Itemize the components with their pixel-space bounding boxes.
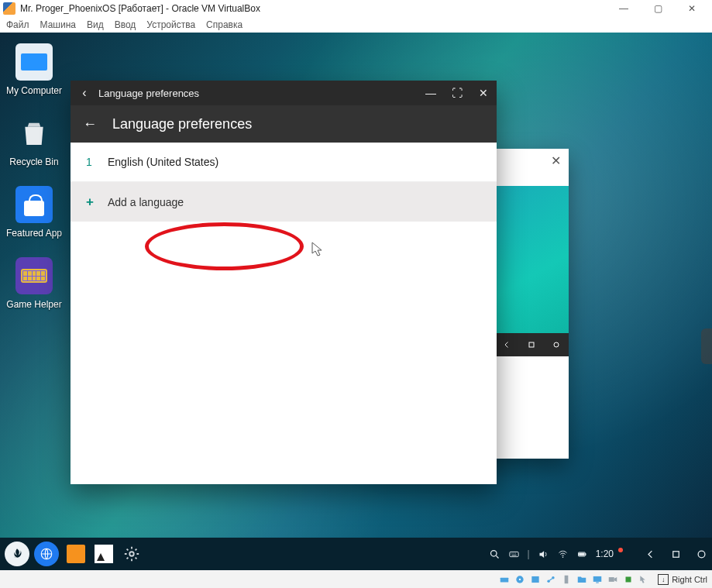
nav-recents-icon[interactable] [670, 548, 682, 560]
desktop-icon-featured-app[interactable]: Featured App [3, 186, 65, 239]
nav-home-icon[interactable] [696, 548, 707, 560]
gear-icon [123, 545, 140, 562]
globe-icon [40, 547, 53, 561]
virtualbox-icon [3, 2, 15, 15]
vb-menu-help[interactable]: Справка [206, 19, 242, 30]
shared-folder-icon[interactable] [576, 573, 588, 586]
add-language-label: Add a language [108, 196, 184, 208]
hdd-icon[interactable] [498, 573, 511, 586]
close-button[interactable]: ✕ [470, 87, 497, 99]
taskbar-settings[interactable] [119, 542, 144, 566]
svg-rect-12 [500, 577, 509, 582]
fullscreen-button[interactable]: ⛶ [444, 87, 470, 99]
svg-rect-22 [626, 576, 631, 582]
desktop-icon-game-helper[interactable]: Game Helper [3, 257, 65, 310]
svg-rect-21 [609, 577, 614, 582]
svg-point-14 [519, 578, 521, 579]
close-icon[interactable]: ✕ [551, 153, 561, 168]
svg-point-4 [490, 550, 497, 556]
vb-menu-devices[interactable]: Устройства [146, 19, 195, 30]
vb-minimize-button[interactable]: — [607, 0, 641, 17]
cpu-icon[interactable] [622, 573, 635, 586]
taskbar-files[interactable] [64, 542, 88, 566]
svg-point-1 [554, 342, 559, 347]
window-titlebar[interactable]: ‹ Language preferences — ⛶ ✕ [71, 81, 497, 105]
svg-rect-10 [673, 551, 679, 557]
vb-menu-input[interactable]: Ввод [115, 19, 136, 30]
language-row[interactable]: 1 English (United States) [71, 143, 497, 182]
desktop-icon-label: Featured App [3, 228, 65, 239]
svg-rect-8 [585, 553, 586, 555]
guest-display: My Computer Recycle Bin Featured App Gam… [0, 33, 712, 570]
search-icon[interactable] [489, 548, 500, 560]
popup-navbar [494, 333, 569, 356]
recording-icon[interactable] [607, 573, 619, 586]
mouse-cursor [311, 242, 324, 260]
keyboard-icon[interactable] [508, 548, 520, 560]
svg-rect-9 [579, 552, 585, 555]
arrow-back-icon[interactable]: ← [83, 116, 97, 132]
network-icon[interactable] [545, 573, 557, 586]
minimize-button[interactable]: — [418, 87, 444, 99]
trash-icon [19, 118, 50, 149]
svg-rect-18 [565, 575, 569, 583]
mouse-integration-icon[interactable] [638, 573, 650, 586]
svg-rect-0 [529, 342, 534, 347]
display-icon[interactable] [591, 573, 604, 586]
host-key-indicator[interactable]: ↓ Right Ctrl [658, 574, 707, 585]
phoenix-logo-icon [10, 547, 24, 561]
language-index: 1 [86, 156, 108, 168]
usb-icon[interactable] [560, 573, 573, 586]
clock[interactable]: 1:20 [596, 548, 614, 559]
svg-point-6 [562, 556, 563, 558]
audio-icon[interactable] [529, 573, 542, 586]
arrow-down-icon: ↓ [658, 574, 669, 585]
optical-icon[interactable] [514, 573, 526, 586]
header-title: Language preferences [112, 116, 252, 132]
nav-back-icon[interactable] [645, 548, 656, 560]
window-title: Language preferences [98, 88, 199, 99]
add-language-button[interactable]: + Add a language [71, 182, 497, 222]
taskbar-browser[interactable] [34, 542, 59, 566]
vb-maximize-button[interactable]: ▢ [641, 0, 675, 17]
vb-title: Mr. Proger_PhoenixOS [Работает] - Oracle… [20, 3, 260, 14]
taskbar-gallery[interactable] [91, 542, 116, 566]
back-icon[interactable] [502, 340, 511, 349]
svg-rect-5 [509, 552, 518, 556]
vb-menu-file[interactable]: Файл [6, 19, 29, 30]
desktop-icon-label: Recycle Bin [3, 156, 65, 167]
desktop-icon-recycle-bin[interactable]: Recycle Bin [3, 115, 65, 167]
host-key-label: Right Ctrl [672, 575, 707, 584]
tray-divider: | [528, 548, 530, 559]
desktop-icon-label: My Computer [3, 85, 65, 96]
square-icon[interactable] [527, 340, 536, 349]
system-tray: | 1:20 [489, 548, 707, 560]
vb-titlebar: Mr. Proger_PhoenixOS [Работает] - Oracle… [0, 0, 712, 17]
volume-icon[interactable] [538, 548, 549, 560]
back-icon[interactable]: ‹ [71, 86, 98, 100]
annotation-circle [145, 222, 304, 270]
vb-menu-view[interactable]: Вид [87, 19, 104, 30]
window-header: ← Language preferences [71, 105, 497, 143]
circle-icon[interactable] [552, 340, 561, 349]
language-list: 1 English (United States) + Add a langua… [71, 143, 497, 222]
desktop-icon-my-computer[interactable]: My Computer [3, 43, 65, 96]
vb-statusbar: ↓ Right Ctrl [0, 570, 712, 588]
svg-point-3 [129, 552, 134, 556]
svg-point-11 [698, 551, 705, 558]
wifi-icon[interactable] [557, 548, 569, 560]
vb-menubar: Файл Машина Вид Ввод Устройства Справка [0, 17, 712, 33]
svg-rect-15 [531, 576, 538, 582]
desktop-icon-label: Game Helper [3, 299, 65, 310]
language-label: English (United States) [108, 156, 218, 168]
notification-dot [618, 548, 623, 552]
language-preferences-window: ‹ Language preferences — ⛶ ✕ ← Language … [71, 81, 497, 484]
vb-menu-machine[interactable]: Машина [40, 19, 76, 30]
taskbar: | 1:20 [0, 538, 712, 570]
svg-rect-20 [596, 582, 599, 583]
battery-icon[interactable] [576, 548, 588, 560]
start-button[interactable] [5, 542, 29, 566]
vb-close-button[interactable]: ✕ [675, 0, 709, 17]
svg-rect-19 [593, 576, 602, 581]
side-tab-handle[interactable] [701, 328, 712, 364]
